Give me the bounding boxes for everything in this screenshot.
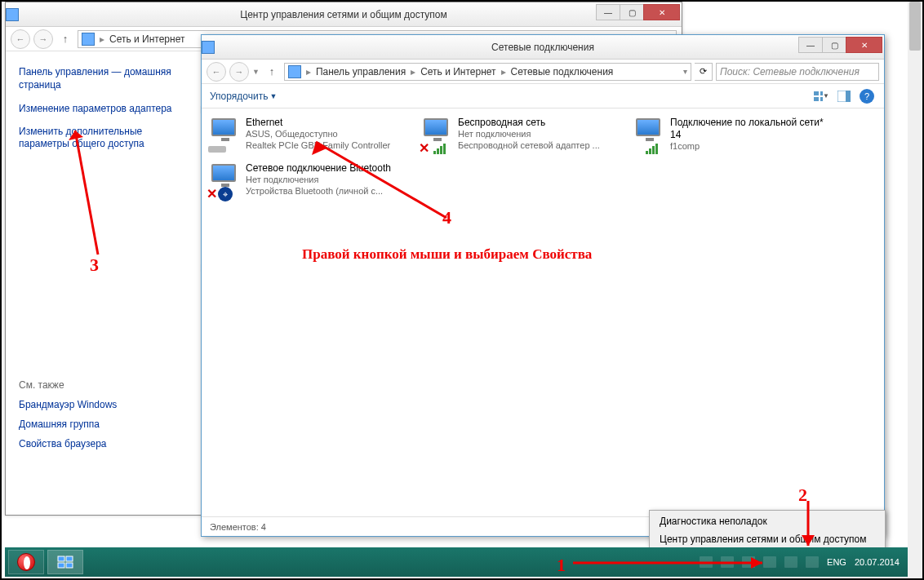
nav-back-button[interactable]: ← (207, 62, 226, 82)
breadcrumb[interactable]: ▸ Панель управления ▸ Сеть и Интернет ▸ … (284, 63, 691, 81)
disconnected-icon: ✕ (207, 188, 218, 200)
front-titlebar[interactable]: Сетевые подключения — ▢ ✕ (202, 35, 884, 60)
tray-date[interactable]: 20.07.2014 (855, 557, 900, 567)
close-button[interactable]: ✕ (643, 4, 680, 20)
taskbar-explorer[interactable] (47, 550, 83, 574)
refresh-button[interactable]: ⟳ (695, 63, 713, 81)
maximize-button[interactable]: ▢ (822, 37, 846, 53)
tray-lang[interactable]: ENG (827, 557, 846, 567)
signal-bars-icon (646, 144, 658, 154)
back-nav-fwd[interactable]: → (33, 29, 53, 49)
connection-lan14[interactable]: Подключение по локальной сети* 14 f1comp (629, 115, 835, 157)
help-button[interactable]: ? (858, 87, 876, 105)
tray-volume-icon[interactable] (806, 556, 819, 568)
svg-rect-8 (58, 563, 64, 568)
back-nav-back[interactable]: ← (11, 29, 30, 49)
cable-icon (208, 146, 226, 153)
view-layout-button[interactable]: ▼ (812, 87, 830, 105)
tray-icon[interactable] (721, 556, 734, 568)
organize-button[interactable]: Упорядочить (210, 91, 268, 102)
tray-network-icon[interactable] (784, 556, 797, 568)
monitor-icon (636, 118, 660, 136)
sidebar-home-link[interactable]: Панель управления — домашняя страница (19, 66, 180, 91)
explorer-icon (56, 555, 74, 569)
svg-rect-2 (814, 97, 819, 101)
item-count: Элементов: 4 (210, 522, 266, 532)
network-center-icon (6, 8, 19, 21)
disconnected-icon: ✕ (419, 143, 430, 154)
close-button[interactable]: ✕ (846, 37, 882, 53)
signal-bars-icon (433, 144, 446, 154)
connections-list: Ethernet ASUS, Общедоступно Realtek PCIe… (202, 108, 884, 210)
monitor-icon (211, 118, 236, 136)
taskbar: ENG 20.07.2014 (5, 547, 909, 577)
sidebar-homegroup-link[interactable]: Домашняя группа (19, 418, 180, 430)
back-titlebar[interactable]: Центр управления сетями и общим доступом… (6, 2, 682, 27)
maximize-button[interactable]: ▢ (620, 4, 644, 20)
network-connections-icon (202, 41, 215, 54)
tray-icon[interactable] (763, 556, 776, 568)
connection-ethernet[interactable]: Ethernet ASUS, Общедоступно Realtek PCIe… (205, 115, 411, 157)
bluetooth-icon: ⌖ (218, 187, 233, 201)
system-tray: ENG 20.07.2014 (700, 556, 906, 568)
taskbar-opera[interactable] (8, 550, 44, 574)
minimize-button[interactable]: — (596, 4, 620, 20)
toolbar: Упорядочить ▼ ▼ ? (202, 84, 884, 108)
control-panel-sidebar: Панель управления — домашняя страница Из… (6, 51, 193, 515)
back-nav-up[interactable]: ↑ (56, 30, 74, 48)
front-window-title: Сетевые подключения (491, 42, 594, 53)
organize-dropdown-icon[interactable]: ▼ (269, 92, 277, 100)
network-connections-window: Сетевые подключения — ▢ ✕ ← → ▼ ↑ ▸ Пане… (201, 34, 885, 537)
sidebar-seealso-label: См. также (19, 379, 180, 391)
search-input[interactable]: Поиск: Сетевые подключения (716, 63, 879, 81)
breadcrumb-icon (288, 65, 301, 78)
svg-rect-5 (846, 91, 851, 102)
connection-bluetooth[interactable]: ✕⌖ Сетевое подключение Bluetooth Нет под… (205, 161, 411, 203)
scrollbar-thumb[interactable] (909, 2, 921, 51)
minimize-button[interactable]: — (798, 37, 823, 53)
sidebar-sharing-settings-link[interactable]: Изменить дополнительные параметры общего… (19, 126, 180, 151)
svg-rect-0 (814, 91, 819, 95)
svg-rect-7 (66, 556, 73, 561)
preview-pane-button[interactable] (835, 87, 853, 105)
svg-rect-6 (58, 556, 64, 561)
page-scrollbar[interactable] (908, 2, 922, 578)
sidebar-browser-props-link[interactable]: Свойства браузера (19, 438, 180, 449)
tray-icon[interactable] (742, 556, 755, 568)
svg-rect-9 (66, 563, 73, 568)
opera-icon (17, 553, 35, 571)
nav-fwd-button[interactable]: → (229, 62, 249, 82)
nav-up-button[interactable]: ↑ (263, 63, 281, 81)
ctx-troubleshoot[interactable]: Диагностика неполадок (651, 512, 883, 530)
monitor-icon (211, 164, 236, 182)
tray-icon[interactable] (700, 556, 713, 568)
ctx-network-center[interactable]: Центр управления сетями и общим доступом (651, 530, 883, 548)
breadcrumb-icon (82, 33, 95, 46)
sidebar-adapter-settings-link[interactable]: Изменение параметров адаптера (19, 103, 180, 116)
tray-context-menu: Диагностика неполадок Центр управления с… (649, 510, 886, 551)
front-address-bar: ← → ▼ ↑ ▸ Панель управления ▸ Сеть и Инт… (202, 60, 884, 84)
connection-wifi[interactable]: ✕ Беспроводная сеть Нет подключения Бесп… (417, 115, 623, 157)
back-window-title: Центр управления сетями и общим доступом (240, 9, 447, 20)
sidebar-firewall-link[interactable]: Брандмауэр Windows (19, 399, 180, 410)
monitor-icon (424, 118, 448, 136)
